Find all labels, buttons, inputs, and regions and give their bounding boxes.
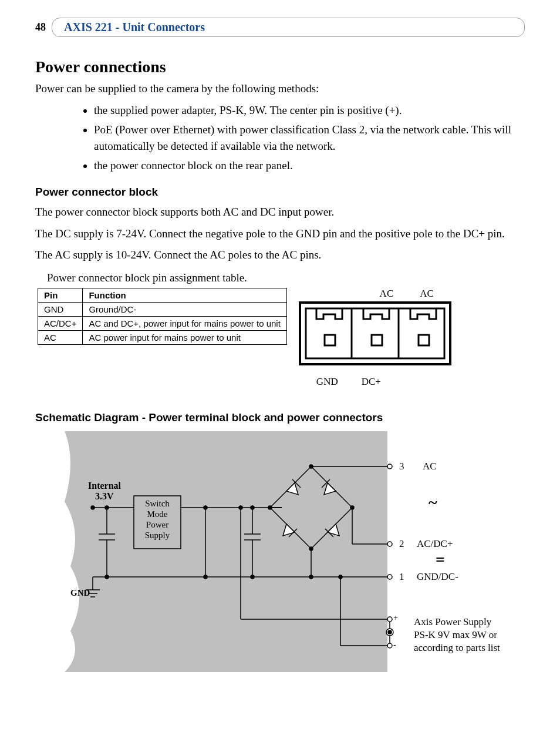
intro-text: Power can be supplied to the camera by t… [35,82,525,95]
body-text: The AC supply is 10-24V. Connect the AC … [35,247,525,263]
connector-label-gnd: GND [316,376,338,388]
terminal-num: 2 [399,538,404,549]
svg-point-25 [204,575,207,579]
dc-symbol-icon: = [436,550,445,569]
svg-point-54 [387,464,392,469]
table-cell: AC [38,330,83,344]
svg-point-55 [387,542,392,546]
svg-point-63 [387,643,392,648]
body-text: The DC supply is 7-24V. Connect the nega… [35,226,525,242]
ac-symbol-icon: ~ [429,493,437,511]
table-cell: Ground/DC- [83,302,286,316]
svg-point-56 [387,575,392,579]
table-header-row: Pin Function [38,288,287,302]
list-item: the supplied power adapter, PS-K, 9W. Th… [94,102,525,119]
gnd-label: GND [70,588,90,597]
connector-label-ac: AC [380,288,394,300]
svg-point-61 [339,575,342,579]
minus-label: - [393,640,396,649]
main-heading: Power connections [35,58,525,76]
svg-rect-4 [419,335,429,345]
svg-point-14 [105,506,109,509]
smps-label: Supply [145,531,170,540]
label-internal: Internal [88,481,122,491]
svg-point-30 [251,506,254,509]
connector-label-dcplus: DC+ [362,376,381,388]
terminal-label: AC [423,461,437,472]
table-cell: AC/DC+ [38,316,83,330]
body-text: The power connector block supports both … [35,204,525,220]
connector-label-ac: AC [420,288,434,300]
ps-label: according to parts list [414,642,500,653]
terminal-label: GND/DC- [417,571,458,582]
ps-label: Axis Power Supply [414,616,492,627]
terminal-num: 3 [399,461,404,472]
svg-rect-1 [306,308,444,358]
svg-rect-2 [325,335,335,345]
terminal-label: AC/DC+ [417,538,453,549]
table-row: GND Ground/DC- [38,302,287,316]
table-cell: AC and DC+, power input for mains power … [83,316,286,330]
smps-label: Mode [147,509,168,519]
table-caption: Power connector block pin assignment tab… [47,271,525,284]
pin-assignment-table: Pin Function GND Ground/DC- AC/DC+ AC an… [38,288,287,345]
subheading-schematic: Schematic Diagram - Power terminal block… [35,411,525,424]
terminal-num: 1 [399,571,404,582]
svg-point-50 [309,575,313,579]
svg-point-31 [251,575,254,579]
header-title: AXIS 221 - Unit Connectors [52,18,525,37]
table-cell: AC power input for mains power to unit [83,330,286,344]
table-row: AC/DC+ AC and DC+, power input for mains… [38,316,287,330]
svg-point-9 [91,506,95,509]
connector-block-diagram: AC AC GND DC+ [299,288,451,388]
list-item: the power connector block on the rear pa… [94,157,525,174]
ps-label: PS-K 9V max 9W or [414,629,497,640]
page-number: 48 [35,21,46,33]
connector-svg [299,300,451,370]
svg-rect-0 [300,303,450,364]
svg-point-59 [387,617,392,622]
list-item: PoE (Power over Ethernet) with power cla… [94,122,525,155]
svg-rect-3 [372,335,382,345]
subheading-block: Power connector block [35,186,525,199]
table-row: AC AC power input for mains power to uni… [38,330,287,344]
schematic-diagram: Internal 3.3V Switch Mode Power Supply G… [65,431,525,674]
smps-label: Switch [145,499,170,508]
plus-label: + [393,613,398,622]
table-header: Function [83,288,286,302]
label-voltage: 3.3V [95,491,114,501]
table-header: Pin [38,288,83,302]
page-header: 48 AXIS 221 - Unit Connectors [35,18,525,37]
smps-label: Power [146,520,168,529]
methods-list: the supplied power adapter, PS-K, 9W. Th… [35,102,525,174]
table-cell: GND [38,302,83,316]
svg-point-66 [388,630,392,634]
